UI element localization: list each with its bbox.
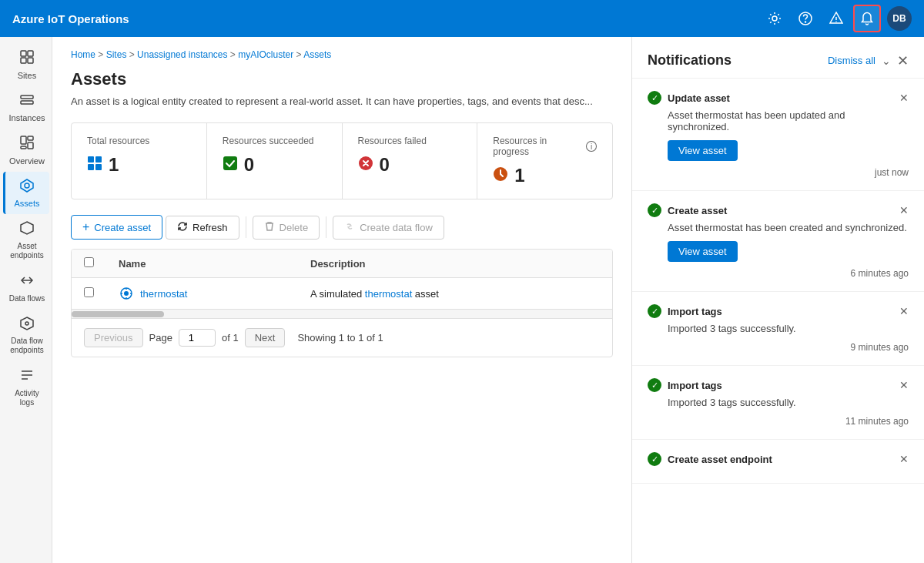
notif-success-icon: ✓ (648, 378, 661, 392)
notif-close-button[interactable]: ✕ (899, 379, 909, 391)
assets-table: Name Description (72, 250, 612, 309)
stat-total-resources: Total resources 1 (72, 123, 207, 199)
notif-title: Update asset (668, 92, 730, 104)
showing-text: Showing 1 to 1 of 1 (297, 332, 383, 343)
next-button[interactable]: Next (245, 328, 286, 347)
sidebar-item-assets[interactable]: Assets (3, 172, 49, 215)
sidebar-item-instances[interactable]: Instances (3, 86, 49, 129)
pagination: Previous Page of 1 Next Showing 1 to 1 o… (72, 318, 612, 357)
sidebar-label-instances: Instances (8, 113, 45, 122)
notifications-expand-button[interactable]: ⌄ (882, 55, 891, 67)
svg-marker-16 (21, 317, 33, 330)
svg-point-26 (124, 291, 129, 296)
sidebar-item-data-flow-endpoints[interactable]: Data flow endpoints (3, 310, 49, 362)
sidebar-item-asset-endpoints[interactable]: Asset endpoints (3, 214, 49, 266)
notif-body: Imported 3 tags successfully. (648, 397, 909, 408)
row-checkbox[interactable] (84, 287, 94, 297)
col-select (72, 250, 106, 278)
dismiss-all-button[interactable]: Dismiss all (828, 55, 875, 66)
page-label: Page (149, 332, 172, 343)
table-row: thermostat A simulated thermostat asset (72, 278, 612, 310)
notif-title: Import tags (668, 380, 722, 391)
svg-point-17 (25, 322, 28, 325)
previous-button[interactable]: Previous (84, 328, 143, 347)
stat-in-progress-icon (493, 165, 508, 186)
notif-title: Import tags (668, 306, 722, 317)
alerts-icon[interactable] (822, 5, 850, 32)
stats-row: Total resources 1 (71, 122, 613, 199)
svg-rect-6 (28, 58, 33, 63)
view-asset-button[interactable]: View asset (668, 140, 738, 161)
main-content: Home > Sites > Unassigned instances > my… (52, 37, 631, 563)
svg-point-2 (805, 22, 806, 22)
sidebar-item-data-flows[interactable]: Data flows (3, 266, 49, 310)
sidebar-item-activity-logs[interactable]: Activity logs (3, 361, 49, 414)
sidebar-label-overview: Overview (9, 156, 45, 166)
row-select-cell (72, 278, 106, 310)
create-asset-button[interactable]: + Create asset (71, 215, 162, 240)
table-header-row: Name Description (72, 250, 612, 278)
toolbar-separator (246, 216, 246, 238)
col-description[interactable]: Description (298, 250, 612, 278)
asset-name-link[interactable]: thermostat (140, 288, 187, 300)
overview-icon (19, 135, 35, 155)
notif-success-icon: ✓ (648, 452, 661, 466)
info-icon[interactable]: i (586, 141, 597, 152)
data-flows-icon (19, 273, 35, 293)
horizontal-scrollbar[interactable] (72, 309, 612, 318)
stat-failed-label: Resources failed (358, 136, 462, 146)
page-input[interactable] (179, 329, 216, 347)
stat-in-progress: Resources in progress i 1 (477, 123, 612, 199)
sidebar-label-sites: Sites (18, 71, 36, 80)
refresh-button[interactable]: Refresh (166, 216, 239, 240)
svg-rect-3 (21, 51, 26, 56)
notif-success-icon: ✓ (648, 91, 661, 105)
notif-close-button[interactable]: ✕ (899, 92, 909, 104)
breadcrumb-assets[interactable]: Assets (303, 49, 331, 60)
breadcrumb-sites[interactable]: Sites (106, 49, 127, 60)
col-name[interactable]: Name (106, 250, 298, 278)
select-all-checkbox[interactable] (84, 257, 94, 267)
create-data-flow-button[interactable]: Create data flow (333, 216, 444, 240)
refresh-icon (177, 221, 188, 234)
notifications-list: ✓ Update asset ✕ Asset thermostat has be… (632, 79, 924, 563)
user-avatar[interactable]: DB (887, 6, 912, 31)
notif-time: 11 minutes ago (648, 416, 909, 427)
breadcrumb-cluster[interactable]: myAIOcluster (238, 49, 293, 60)
toolbar-separator-2 (326, 216, 326, 238)
notif-body: Asset thermostat has been created and sy… (648, 222, 909, 233)
stat-total-label: Total resources (87, 136, 191, 146)
notif-success-icon: ✓ (648, 304, 661, 318)
notif-time: 9 minutes ago (648, 342, 909, 353)
notifications-close-button[interactable]: ✕ (897, 54, 909, 68)
breadcrumb-home[interactable]: Home (71, 49, 95, 60)
activity-logs-icon (19, 367, 35, 387)
sidebar-item-overview[interactable]: Overview (3, 129, 49, 172)
svg-rect-20 (88, 164, 94, 170)
notif-body: Imported 3 tags successfully. (648, 323, 909, 334)
notif-title: Create asset (668, 205, 727, 216)
notif-close-button[interactable]: ✕ (899, 305, 909, 317)
notif-time: just now (648, 167, 909, 178)
notif-close-button[interactable]: ✕ (899, 453, 909, 465)
breadcrumb-unassigned-instances[interactable]: Unassigned instances (137, 49, 227, 60)
svg-rect-21 (95, 164, 102, 170)
stat-total-value: 1 (109, 154, 119, 176)
nav-icons: DB (761, 5, 912, 32)
sites-icon (19, 49, 35, 69)
sidebar: Sites Instances Overview (0, 37, 52, 563)
bell-icon[interactable] (853, 5, 881, 32)
notifications-header: Notifications Dismiss all ⌄ ✕ (632, 37, 924, 79)
view-asset-button[interactable]: View asset (668, 241, 738, 262)
delete-button[interactable]: Delete (253, 216, 320, 240)
notif-close-button[interactable]: ✕ (899, 204, 909, 216)
svg-rect-19 (95, 156, 102, 163)
sidebar-item-sites[interactable]: Sites (3, 43, 49, 86)
stat-succeeded-value: 0 (244, 154, 254, 176)
help-icon[interactable] (792, 5, 819, 32)
asset-endpoints-icon (19, 220, 35, 240)
sidebar-label-activity-logs: Activity logs (8, 389, 46, 407)
settings-icon[interactable] (761, 5, 788, 32)
toolbar: + Create asset Refresh (71, 215, 613, 240)
row-name-cell: thermostat (106, 278, 298, 310)
